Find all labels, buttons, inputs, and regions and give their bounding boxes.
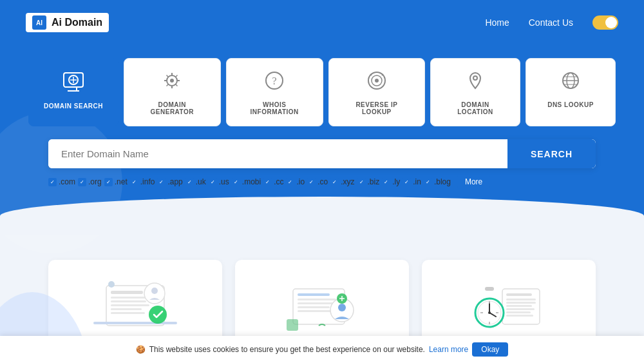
ext-mobi[interactable]: ✓ .mobi <box>232 177 261 186</box>
ext-co[interactable]: ✓ .co <box>307 177 328 186</box>
domain-location-label: DOMAIN LOCATION <box>444 101 507 115</box>
svg-rect-35 <box>111 312 145 314</box>
ext-app[interactable]: ✓ .app <box>157 177 182 186</box>
svg-rect-60 <box>506 315 533 317</box>
svg-line-13 <box>176 84 178 86</box>
whois-icon: ? <box>263 69 286 96</box>
cookie-ok-button[interactable]: Okay <box>472 342 508 357</box>
ext-co-check: ✓ <box>307 178 316 186</box>
ext-com-label: .com <box>59 177 75 186</box>
ext-com[interactable]: ✓ .com <box>48 177 75 186</box>
ext-info-check: ✓ <box>130 178 138 186</box>
reverse-ip-icon <box>365 69 388 96</box>
ext-io-label: .io <box>296 177 305 186</box>
svg-rect-32 <box>111 300 146 302</box>
more-button[interactable]: More <box>457 175 490 189</box>
ext-app-label: .app <box>167 177 182 186</box>
svg-point-39 <box>149 306 167 324</box>
tool-domain-generator[interactable]: DOMAIN GENERATOR <box>124 58 221 126</box>
toggle-circle <box>605 17 617 28</box>
svg-rect-43 <box>298 299 336 300</box>
nav-home-link[interactable]: Home <box>485 17 509 28</box>
svg-rect-57 <box>506 305 532 307</box>
ext-uk[interactable]: ✓ .uk <box>185 177 206 186</box>
reverse-ip-label: REVERSE IP LOOKUP <box>342 101 412 115</box>
domain-generator-label: DOMAIN GENERATOR <box>137 101 207 115</box>
svg-rect-58 <box>506 308 535 310</box>
tool-reverse-ip[interactable]: REVERSE IP LOOKUP <box>328 58 425 126</box>
ext-cc[interactable]: ✓ .cc <box>263 177 283 186</box>
svg-point-40 <box>108 281 115 288</box>
ext-uk-label: .uk <box>196 177 206 186</box>
extension-section: ✓ .com ✓ .org ✓ .net ✓ .info ✓ .app ✓ .u… <box>0 168 644 195</box>
search-bar: SEARCH <box>48 139 596 168</box>
ext-uk-check: ✓ <box>185 178 194 186</box>
logo-text: Ai Domain <box>52 17 102 28</box>
ext-info[interactable]: ✓ .info <box>130 177 155 186</box>
ext-blog-check: ✓ <box>424 178 432 186</box>
ext-in[interactable]: ✓ .in <box>402 177 421 186</box>
tool-dns-lookup[interactable]: DNS LOOKUP <box>526 58 616 126</box>
tool-domain-location[interactable]: DOMAIN LOCATION <box>430 58 520 126</box>
ext-biz-label: .biz <box>368 177 380 186</box>
ext-ly-label: .ly <box>392 177 400 186</box>
header: AI Ai Domain Home Contact Us <box>0 0 644 45</box>
logo: AI Ai Domain <box>26 13 109 32</box>
ext-xyz-check: ✓ <box>330 178 339 186</box>
logo-icon: AI <box>32 15 46 30</box>
feature-illustration-1 <box>66 279 204 337</box>
svg-point-7 <box>170 79 174 83</box>
ext-cc-label: .cc <box>274 177 283 186</box>
ext-in-check: ✓ <box>402 178 411 186</box>
ext-xyz-label: .xyz <box>341 177 354 186</box>
dns-lookup-label: DNS LOOKUP <box>547 101 594 108</box>
ext-io[interactable]: ✓ .io <box>286 177 305 186</box>
cookie-emoji: 🍪 <box>136 345 146 354</box>
ext-blog[interactable]: ✓ .blog <box>424 177 451 186</box>
ext-xyz[interactable]: ✓ .xyz <box>330 177 354 186</box>
svg-line-15 <box>167 84 169 86</box>
ext-org[interactable]: ✓ .org <box>78 177 102 186</box>
svg-line-14 <box>176 75 178 77</box>
svg-rect-42 <box>298 293 330 296</box>
domain-generator-icon <box>160 69 184 96</box>
ext-mobi-label: .mobi <box>242 177 261 186</box>
ext-com-check: ✓ <box>48 178 57 186</box>
domain-search-label: DOMAIN SEARCH <box>44 103 103 110</box>
svg-point-23 <box>473 76 477 80</box>
tool-domain-search[interactable]: DOMAIN SEARCH <box>28 58 118 126</box>
ext-ly[interactable]: ✓ .ly <box>382 177 400 186</box>
svg-line-12 <box>167 75 169 77</box>
ext-net[interactable]: ✓ .net <box>104 177 128 186</box>
feature-illustration-2 <box>253 279 391 337</box>
search-button[interactable]: SEARCH <box>507 139 596 168</box>
svg-rect-54 <box>506 293 532 296</box>
theme-toggle[interactable] <box>592 15 618 30</box>
ext-co-label: .co <box>317 177 328 186</box>
search-input[interactable] <box>48 139 507 168</box>
nav-contact-link[interactable]: Contact Us <box>529 17 573 28</box>
svg-rect-55 <box>506 299 536 300</box>
svg-text:?: ? <box>272 75 277 86</box>
svg-rect-52 <box>287 319 298 331</box>
ext-us[interactable]: ✓ .us <box>209 177 229 186</box>
ext-blog-label: .blog <box>434 177 451 186</box>
cookie-learn-more[interactable]: Learn more <box>429 345 468 354</box>
svg-rect-56 <box>506 302 536 304</box>
ext-org-label: .org <box>88 177 102 186</box>
svg-rect-34 <box>111 308 142 310</box>
tool-whois[interactable]: ? WHOIS INFORMATION <box>226 58 323 126</box>
ext-app-check: ✓ <box>157 178 166 186</box>
svg-point-38 <box>151 288 158 294</box>
wave-section: DOMAIN SEARCH DOMAIN GENERATOR <box>0 45 644 234</box>
ext-biz-check: ✓ <box>357 178 366 186</box>
tools-nav: DOMAIN SEARCH DOMAIN GENERATOR <box>0 45 644 126</box>
feature-illustration-3 <box>440 279 578 337</box>
ext-biz[interactable]: ✓ .biz <box>357 177 380 186</box>
svg-rect-70 <box>485 287 494 291</box>
ext-us-label: .us <box>219 177 229 186</box>
whois-label: WHOIS INFORMATION <box>240 101 310 115</box>
ext-in-label: .in <box>413 177 421 186</box>
svg-point-65 <box>488 311 491 314</box>
cookie-text: This website uses cookies to ensure you … <box>149 345 425 354</box>
